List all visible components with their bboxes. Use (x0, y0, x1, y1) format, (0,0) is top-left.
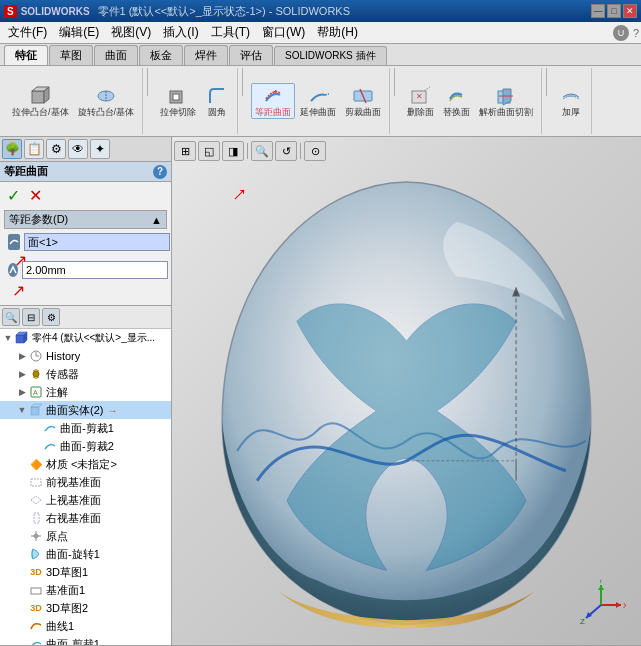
maximize-button[interactable]: □ (607, 4, 621, 18)
expand-annot[interactable]: ▶ (16, 386, 28, 398)
offset-surface-label: 等距曲面 (255, 108, 291, 118)
tab-evaluate[interactable]: 评估 (229, 45, 273, 65)
menu-view[interactable]: 视图(V) (105, 22, 157, 43)
vp-zoom-btn[interactable]: 🔍 (251, 141, 273, 161)
tree-toolbar-settings[interactable]: ⚙ (42, 308, 60, 326)
panel-help-btn[interactable]: ? (153, 165, 167, 179)
replace-face-button[interactable]: 替换面 (439, 83, 474, 120)
tree-item-3dsketch1[interactable]: 3D 3D草图1 (0, 563, 171, 581)
vp-rotate-btn[interactable]: ↺ (275, 141, 297, 161)
tree-label-right-plane: 右视基准面 (46, 511, 101, 526)
revolve-button[interactable]: 旋转凸台/基体 (74, 83, 139, 120)
help-icon[interactable]: ? (633, 27, 639, 39)
add-thicken-button[interactable]: 加厚 (555, 83, 587, 120)
user-icon[interactable]: U (613, 25, 629, 41)
tab-features[interactable]: 特征 (4, 45, 48, 65)
eq-panel-title: 等距曲面 (4, 164, 48, 179)
tree-item-surface2[interactable]: 曲面-剪裁2 (0, 437, 171, 455)
custom-btn[interactable]: ✦ (90, 139, 110, 159)
titlebar: S SOLIDWORKS 零件1 (默认<<默认>_显示状态-1>) - SOL… (0, 0, 641, 22)
tree-item-sensor[interactable]: ▶ 传感器 (0, 365, 171, 383)
sensor-icon (28, 366, 44, 382)
config-btn[interactable]: ⚙ (46, 139, 66, 159)
tree-item-base1[interactable]: 基准面1 (0, 581, 171, 599)
tree-expand-root[interactable]: ▼ (2, 332, 14, 344)
vp-orient-btn[interactable]: ⊞ (174, 141, 196, 161)
vp-section-btn[interactable]: ⊙ (304, 141, 326, 161)
tree-item-history[interactable]: ▶ History (0, 347, 171, 365)
menu-edit[interactable]: 编辑(E) (53, 22, 105, 43)
tree-item-material[interactable]: 🔶 材质 <未指定> (0, 455, 171, 473)
toolbar-sep-2 (242, 68, 243, 96)
tab-solidworks-plugins[interactable]: SOLIDWORKS 插件 (274, 46, 387, 65)
expand-history[interactable]: ▶ (16, 350, 28, 362)
tree-toolbar-filter[interactable]: 🔍 (2, 308, 20, 326)
expand-solid[interactable]: ▼ (16, 404, 28, 416)
close-button[interactable]: ✕ (623, 4, 637, 18)
fillet-button[interactable]: 圆角 (201, 83, 233, 120)
tree-root[interactable]: ▼ 零件4 (默认<<默认>_显示... (0, 329, 171, 347)
menu-insert[interactable]: 插入(I) (157, 22, 204, 43)
panel-header-icons: ? (153, 165, 167, 179)
menu-help[interactable]: 帮助(H) (311, 22, 364, 43)
cut-extrude-button[interactable]: 拉伸切除 (156, 83, 200, 120)
menu-file[interactable]: 文件(F) (2, 22, 53, 43)
extend-surface-button[interactable]: 延伸曲面 (296, 83, 340, 120)
cancel-button[interactable]: ✕ (26, 186, 44, 204)
offset-surface-icon (262, 85, 284, 107)
tree-item-surface1[interactable]: 曲面-剪裁1 (0, 419, 171, 437)
ribbon-buttons-3: 等距曲面 延伸曲面 剪裁曲面 (251, 68, 385, 134)
add-thicken-icon (560, 85, 582, 107)
tree-item-solid[interactable]: ▼ 曲面实体(2) → (0, 401, 171, 419)
vp-display-btn[interactable]: ◱ (198, 141, 220, 161)
menu-window[interactable]: 窗口(W) (256, 22, 311, 43)
feature-tree-btn[interactable]: 🌳 (2, 139, 22, 159)
toolbar-sep-4 (546, 68, 547, 96)
surface-cut-button[interactable]: 解析曲面切割 (475, 83, 537, 120)
tab-sheet-metal[interactable]: 板金 (139, 45, 183, 65)
delete-face-icon: ✕ (410, 85, 432, 107)
annot-icon-svg: A (29, 385, 43, 399)
trim-surface-button[interactable]: 剪裁曲面 (341, 83, 385, 120)
vp-hide-btn[interactable]: ◨ (222, 141, 244, 161)
face-input[interactable] (24, 233, 170, 251)
3d-model-svg (172, 162, 641, 645)
ok-button[interactable]: ✓ (4, 186, 22, 204)
tree-label-history: History (46, 350, 80, 362)
display-btn[interactable]: 👁 (68, 139, 88, 159)
expand-material (16, 458, 28, 470)
extrude-button[interactable]: 拉伸凸台/基体 (8, 83, 73, 120)
tree-root-label: 零件4 (默认<<默认>_显示... (32, 331, 155, 345)
tree-item-right-plane[interactable]: 右视基准面 (0, 509, 171, 527)
tree-item-trim1-bottom[interactable]: 曲面-剪裁1 (0, 635, 171, 645)
value-input[interactable] (22, 261, 168, 279)
sw-logo: S (4, 5, 17, 18)
tree-item-origin[interactable]: 原点 (0, 527, 171, 545)
tree-item-front-plane[interactable]: 前视基准面 (0, 473, 171, 491)
tree-toolbar-collapse[interactable]: ⊟ (22, 308, 40, 326)
tree-item-3dsketch2[interactable]: 3D 3D草图2 (0, 599, 171, 617)
window-title: 零件1 (默认<<默认>_显示状态-1>) - SOLIDWORKS (98, 4, 591, 19)
tab-weldments[interactable]: 焊件 (184, 45, 228, 65)
tree-label-material: 材质 <未指定> (46, 457, 117, 472)
expand-sensor[interactable]: ▶ (16, 368, 28, 380)
ribbon-group-1: 拉伸凸台/基体 旋转凸台/基体 (4, 68, 143, 134)
left-panel: 🌳 📋 ⚙ 👁 ✦ 等距曲面 ? ✓ ✕ 等距参数(D) ▲ (0, 137, 172, 645)
ribbon-tabs: 特征 草图 曲面 板金 焊件 评估 SOLIDWORKS 插件 (0, 44, 641, 66)
tab-sketch[interactable]: 草图 (49, 45, 93, 65)
tab-surface[interactable]: 曲面 (94, 45, 138, 65)
tree-item-revolve[interactable]: 曲面-旋转1 (0, 545, 171, 563)
menu-tools[interactable]: 工具(T) (205, 22, 256, 43)
minimize-button[interactable]: — (591, 4, 605, 18)
tree-label-curve1: 曲线1 (46, 619, 74, 634)
property-btn[interactable]: 📋 (24, 139, 44, 159)
toolbar-sep-1 (147, 68, 148, 96)
tree-item-top-plane[interactable]: 上视基准面 (0, 491, 171, 509)
delete-face-button[interactable]: ✕ 删除面 (403, 83, 438, 120)
svg-rect-18 (34, 513, 39, 523)
offset-surface-button[interactable]: 等距曲面 (251, 83, 295, 120)
tree-item-curve1[interactable]: 曲线1 (0, 617, 171, 635)
tree-item-annot[interactable]: ▶ A 注解 (0, 383, 171, 401)
viewport[interactable]: ⊞ ◱ ◨ 🔍 ↺ ⊙ → (172, 137, 641, 645)
eq-actions-panel: ✓ ✕ 等距参数(D) ▲ ↗ (0, 182, 171, 305)
